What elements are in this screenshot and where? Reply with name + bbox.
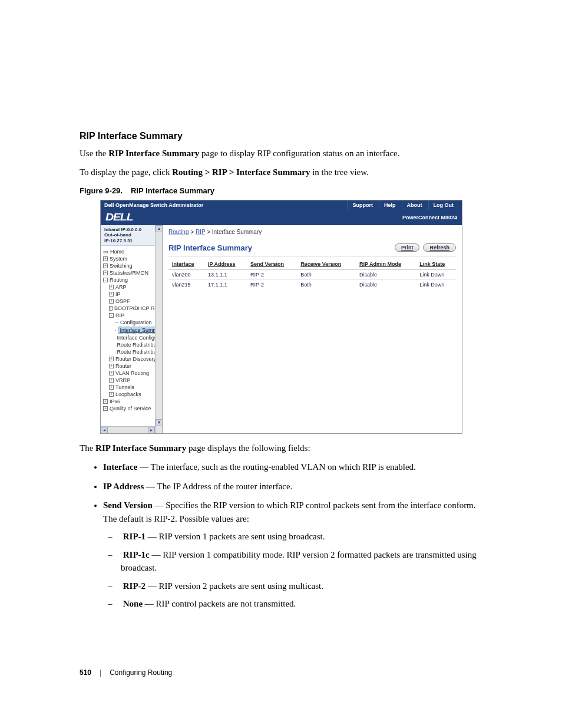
field-term: Send Version [103,500,153,510]
expand-icon[interactable]: + [109,306,113,311]
tree-configuration[interactable]: Configuration [120,319,152,325]
text: in the tree view. [310,167,368,177]
section-heading: RIP Interface Summary [80,131,482,141]
link-logout[interactable]: Log Out [428,200,459,210]
outofband-ip: Out-of-band IP:10.27.5.31 [104,232,158,243]
figure-number: Figure 9-29. [80,186,123,195]
list-item: Interface — The interface, such as the r… [103,460,482,474]
expand-icon[interactable]: + [109,285,114,289]
field-term: RIP-2 [123,581,146,591]
expand-icon[interactable]: + [103,406,108,411]
tree-stats[interactable]: Statistics/RMON [110,270,148,276]
tree-home[interactable]: Home [110,249,124,255]
cell: RIP-2 [247,279,297,289]
tree-dash-icon [115,330,116,331]
tree-vrrp[interactable]: VRRP [115,377,130,383]
tree-routing[interactable]: Routing [110,277,128,283]
expand-icon[interactable]: + [103,263,108,268]
expand-icon[interactable]: + [103,271,108,275]
expand-icon[interactable]: + [109,299,114,304]
scrollbar-vertical[interactable]: ▴ ▾ [155,225,162,433]
tree-arp[interactable]: ARP [115,284,127,290]
expand-icon[interactable]: + [109,357,114,361]
tree-vlan-routing[interactable]: VLAN Routing [115,370,149,376]
col-adminmode: RIP Admin Mode [356,259,416,270]
table-row: vlan215 17.1.1.1 RIP-2 Both Disable Link… [168,279,456,289]
tree-ospf[interactable]: OSPF [115,298,130,304]
expand-icon[interactable]: + [109,292,114,297]
tree-router[interactable]: Router [115,363,131,369]
cell: Both [297,269,356,279]
scroll-left-icon[interactable]: ◂ [101,427,108,433]
scroll-up-icon[interactable]: ▴ [156,225,163,232]
field-desc: — The IP Address of the router interface… [144,482,292,491]
intro-paragraph-1: Use the RIP Interface Summary page to di… [80,147,482,160]
figure-caption: Figure 9-29.RIP Interface Summary [80,186,482,195]
tree-ip[interactable]: IP [115,291,121,297]
expand-icon[interactable]: + [109,385,114,390]
scroll-down-icon[interactable]: ▾ [156,419,163,426]
link-help[interactable]: Help [379,200,401,210]
cell: vlan200 [168,269,204,279]
print-button[interactable]: Print [395,243,420,252]
list-item: RIP-1 — RIP version 1 packets are sent u… [121,530,482,543]
tree-router-discovery[interactable]: Router Discovery [115,356,156,362]
tree-system[interactable]: System [110,256,127,262]
footer-section: Configuring Routing [110,668,172,677]
intro-paragraph-2: To display the page, click Routing > RIP… [80,166,482,179]
expand-icon[interactable]: + [109,371,114,375]
col-ipaddress: IP Address [204,259,247,270]
breadcrumb-rip[interactable]: RIP [196,229,206,235]
tree-tunnels[interactable]: Tunnels [115,384,134,390]
text-bold: RIP Interface Summary [95,443,186,453]
tree-qos[interactable]: Quality of Service [110,406,151,411]
col-receiveversion: Receive Version [297,259,356,270]
field-term: RIP-1 [123,532,146,541]
text: The [80,443,95,453]
cell: Both [297,279,356,289]
refresh-button[interactable]: Refresh [423,243,456,252]
screenshot-figure: Dell OpenManage Switch Administrator Sup… [100,200,462,434]
scroll-right-icon[interactable]: ▸ [148,427,155,433]
tree-rip[interactable]: RIP [115,312,124,318]
col-interface: Interface [168,259,204,270]
ip-info-box: Inband IP:0.0.0.0 Out-of-band IP:10.27.5… [101,225,162,246]
expand-icon[interactable]: + [109,392,114,397]
field-desc: — RIP version 1 compatibility mode. RIP … [121,550,477,573]
link-support[interactable]: Support [347,200,378,210]
tree-ipv6[interactable]: IPv6 [110,398,120,404]
tree-loopbacks[interactable]: Loopbacks [115,391,141,397]
cell: Disable [356,279,416,289]
expand-icon[interactable]: + [103,399,108,404]
footer-divider: | [100,668,101,677]
cell: 17.1.1.1 [204,279,247,289]
collapse-icon[interactable]: - [109,313,114,318]
field-desc: — RIP version 1 packets are sent using b… [146,532,325,541]
list-item: Send Version — Specifies the RIP version… [103,499,482,611]
expand-icon[interactable]: + [109,378,114,383]
col-sendversion: Send Version [247,259,297,270]
field-term: None [123,599,143,608]
nav-tree[interactable]: ▭Home +System +Switching +Statistics/RMO… [101,246,162,412]
sub-list: RIP-1 — RIP version 1 packets are sent u… [121,530,482,611]
main-panel: Routing > RIP > Interface Summary RIP In… [163,225,462,433]
cell: vlan215 [168,279,204,289]
field-desc: — The interface, such as the routing-ena… [137,462,416,472]
tree-switching[interactable]: Switching [110,263,133,269]
cell: Link Down [416,269,456,279]
home-icon: ▭ [103,249,108,255]
collapse-icon[interactable]: - [103,278,108,282]
link-about[interactable]: About [402,200,427,210]
cell: Link Down [416,279,456,289]
text: To display the page, click [80,167,172,177]
model-label: PowerConnect M8024 [402,215,457,220]
expand-icon[interactable]: + [103,256,108,261]
breadcrumb-current: Interface Summary [212,229,262,235]
text: page to display RIP configuration status… [199,149,399,158]
expand-icon[interactable]: + [109,364,114,368]
sidebar: Inband IP:0.0.0.0 Out-of-band IP:10.27.5… [101,225,163,433]
field-desc: — RIP control packets are not transmitte… [143,599,296,608]
scrollbar-horizontal[interactable]: ◂ ▸ [101,426,155,433]
breadcrumb-routing[interactable]: Routing [168,229,189,235]
panel-title: RIP Interface Summary [168,243,252,252]
